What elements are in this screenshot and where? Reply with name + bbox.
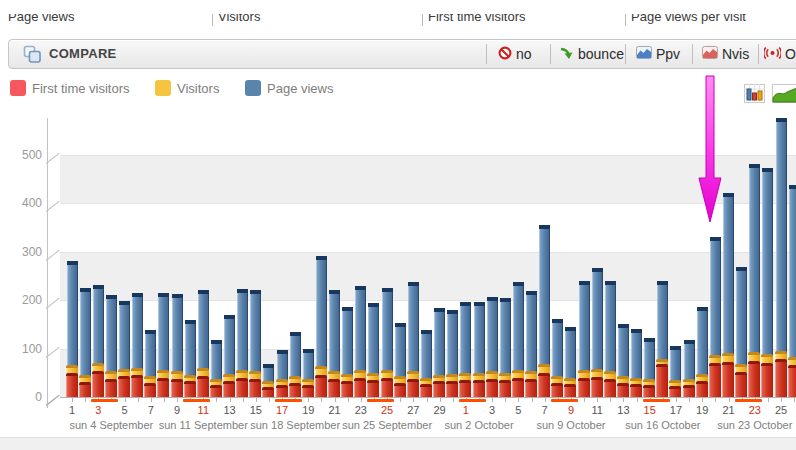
bar-first-time-visitors[interactable]	[578, 378, 590, 397]
broadcast-icon	[764, 46, 781, 63]
bar-first-time-visitors[interactable]	[289, 383, 301, 397]
bar-first-time-visitors[interactable]	[683, 385, 695, 397]
bar-first-time-visitors[interactable]	[722, 362, 734, 397]
weekend-marker	[367, 399, 394, 402]
bar-first-time-visitors[interactable]	[604, 379, 616, 397]
bar-first-time-visitors[interactable]	[184, 381, 196, 397]
bar-first-time-visitors[interactable]	[315, 375, 327, 397]
bar-first-time-visitors[interactable]	[354, 378, 366, 397]
toolbar-divider	[486, 44, 487, 64]
bar-first-time-visitors[interactable]	[381, 378, 393, 397]
area-chart-view-icon[interactable]	[772, 84, 796, 107]
day-column	[446, 105, 459, 397]
bar-first-time-visitors[interactable]	[735, 372, 747, 397]
bar-first-time-visitors[interactable]	[407, 379, 419, 397]
legend-label: First time visitors	[32, 81, 130, 96]
bar-first-time-visitors[interactable]	[788, 365, 796, 397]
bar-first-time-visitors[interactable]	[564, 384, 576, 397]
compare-option-ppv[interactable]: Ppv	[636, 44, 680, 64]
x-axis-tick	[689, 398, 690, 402]
bar-first-time-visitors[interactable]	[656, 364, 668, 397]
bar-first-time-visitors[interactable]	[709, 363, 721, 397]
bar-first-time-visitors[interactable]	[420, 384, 432, 397]
x-axis-day-label: 23	[745, 404, 765, 416]
bar-first-time-visitors[interactable]	[748, 361, 760, 397]
bar-first-time-visitors[interactable]	[525, 379, 537, 397]
legend-item-page-views[interactable]: Page views	[245, 80, 333, 96]
weekend-marker	[551, 399, 578, 402]
compare-option-nvis[interactable]: Nvis	[702, 44, 749, 64]
bar-first-time-visitors[interactable]	[171, 379, 183, 397]
bar-first-time-visitors[interactable]	[79, 382, 91, 397]
bar-first-time-visitors[interactable]	[473, 380, 485, 397]
y-axis-label: 500	[0, 148, 42, 162]
compare-option-label: On	[785, 46, 796, 62]
bar-first-time-visitors[interactable]	[617, 383, 629, 397]
bar-first-time-visitors[interactable]	[433, 381, 445, 397]
bar-first-time-visitors[interactable]	[643, 385, 655, 397]
bar-first-time-visitors[interactable]	[223, 381, 235, 397]
x-axis-tick	[781, 398, 782, 402]
x-axis-tick	[72, 398, 73, 402]
compare-option-on[interactable]: On	[764, 44, 796, 64]
bar-chart-view-icon[interactable]	[744, 84, 765, 107]
bar-first-time-visitors[interactable]	[341, 381, 353, 397]
x-axis-day-label: 11	[587, 404, 607, 416]
bar-first-time-visitors[interactable]	[499, 380, 511, 397]
legend-label: Page views	[267, 81, 333, 96]
blue-chart-icon	[636, 46, 652, 62]
bar-first-time-visitors[interactable]	[210, 385, 222, 397]
tab-visitors[interactable]: Visitors	[218, 14, 260, 24]
bar-first-time-visitors[interactable]	[249, 379, 261, 397]
x-axis-week-label: sun 23 October	[700, 419, 796, 431]
compare-option-no[interactable]: no	[498, 44, 532, 64]
bar-first-time-visitors[interactable]	[328, 379, 340, 397]
bar-first-time-visitors[interactable]	[197, 376, 209, 397]
x-axis-day-label: 3	[88, 404, 108, 416]
bar-first-time-visitors[interactable]	[131, 375, 143, 397]
x-axis-tick	[256, 398, 257, 402]
day-column	[669, 105, 682, 397]
day-column	[604, 105, 617, 397]
bar-first-time-visitors[interactable]	[761, 363, 773, 397]
bar-first-time-visitors[interactable]	[276, 385, 288, 397]
bar-first-time-visitors[interactable]	[630, 384, 642, 397]
day-column	[525, 105, 538, 397]
bar-first-time-visitors[interactable]	[394, 383, 406, 397]
bar-first-time-visitors[interactable]	[144, 383, 156, 397]
x-axis-day-label: 5	[508, 404, 528, 416]
day-column	[578, 105, 591, 397]
bar-first-time-visitors[interactable]	[66, 373, 78, 397]
bar-first-time-visitors[interactable]	[538, 373, 550, 397]
bar-first-time-visitors[interactable]	[118, 376, 130, 397]
bar-first-time-visitors[interactable]	[446, 381, 458, 397]
bar-first-time-visitors[interactable]	[236, 378, 248, 397]
bar-first-time-visitors[interactable]	[775, 359, 787, 397]
toolbar-divider	[692, 44, 693, 64]
tab-page-views-per-visit[interactable]: Page views per visit	[631, 14, 746, 24]
bar-first-time-visitors[interactable]	[551, 383, 563, 397]
day-column	[761, 105, 774, 397]
bar-first-time-visitors[interactable]	[92, 371, 104, 397]
x-axis-tick	[545, 398, 546, 402]
bar-first-time-visitors[interactable]	[302, 385, 314, 397]
bar-first-time-visitors[interactable]	[105, 379, 117, 397]
bar-first-time-visitors[interactable]	[669, 386, 681, 397]
legend-item-visitors[interactable]: Visitors	[155, 80, 219, 96]
bar-first-time-visitors[interactable]	[157, 378, 169, 397]
bar-first-time-visitors[interactable]	[591, 377, 603, 397]
bar-first-time-visitors[interactable]	[512, 378, 524, 397]
tab-first-time-visitors[interactable]: First time visitors	[428, 14, 526, 24]
day-column	[617, 105, 630, 397]
bar-first-time-visitors[interactable]	[486, 379, 498, 397]
bar-first-time-visitors[interactable]	[262, 387, 274, 397]
bar-first-time-visitors[interactable]	[696, 381, 708, 397]
compare-option-bounce[interactable]: bounce	[559, 44, 624, 64]
legend-item-first-time-visitors[interactable]: First time visitors	[10, 80, 130, 96]
tab-page-views[interactable]: Page views	[8, 14, 74, 24]
x-axis-tick	[729, 398, 730, 402]
x-axis-day-label: 11	[193, 404, 213, 416]
bar-first-time-visitors[interactable]	[459, 380, 471, 397]
bar-columns	[60, 105, 796, 397]
bar-first-time-visitors[interactable]	[367, 380, 379, 397]
